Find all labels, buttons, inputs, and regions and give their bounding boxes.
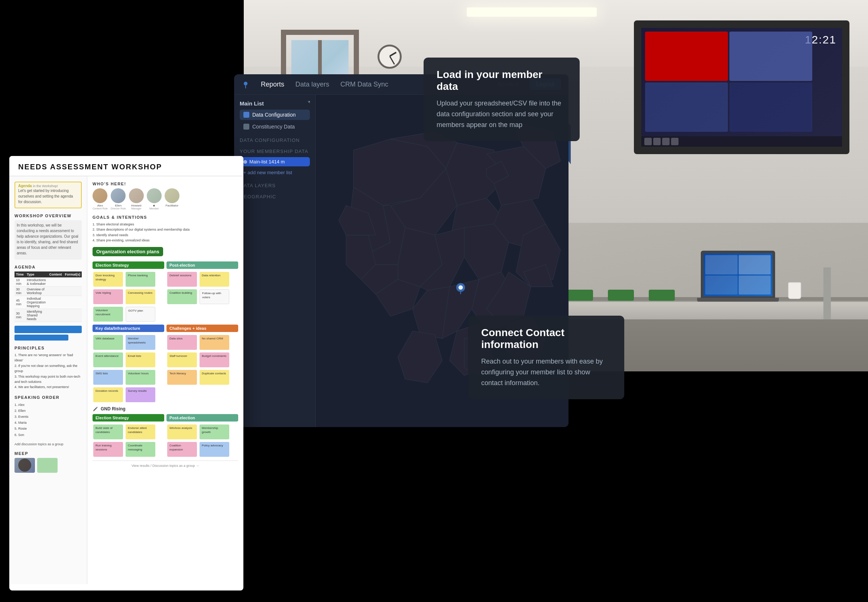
nav-data-layers[interactable]: Data layers	[295, 81, 329, 88]
info-card-top-title: Load in your member data	[437, 69, 566, 92]
doc-body: Agenda in the Workshop! Let's get starte…	[9, 177, 243, 584]
light-fixture	[467, 8, 597, 17]
blue-bar-sm	[14, 335, 68, 341]
meep-label: MEEP	[14, 451, 82, 456]
agenda-label: Agenda in the Workshop!	[18, 184, 78, 188]
doc-left-column: Agenda in the Workshop! Let's get starte…	[9, 177, 87, 584]
challenges-label: Challenges + ideas	[166, 325, 238, 332]
screen-grid	[645, 32, 812, 132]
data-challenges-row: Key data/Infrastructure VAN database Mem…	[92, 325, 238, 403]
org-plan-section: Organization election plans	[92, 247, 238, 259]
info-card-bottom-description: Reach out to your members with ease by c…	[481, 356, 611, 388]
election-row-2: Election Strategy Build slate of candida…	[92, 414, 238, 458]
election-strategy-block: Election Strategy Door knocking strategy…	[92, 261, 164, 322]
principles-title: PRINCIPLES	[14, 346, 82, 350]
agenda-table: Time Type Content Format(s) 10 min Intro…	[14, 272, 82, 322]
coffee-cup	[788, 282, 801, 299]
goals-list: 1. Share electoral strategies 2. Share d…	[92, 222, 238, 243]
sidebar-data-config[interactable]: Data Configuration	[240, 109, 310, 120]
chair	[649, 290, 675, 301]
agenda-row: 45 min Individual Organization Mapping	[14, 296, 82, 309]
post-election-label: Post-election	[166, 261, 238, 269]
wall-clock	[377, 45, 402, 69]
nav-crm-sync[interactable]: CRM Data Sync	[340, 81, 388, 88]
laptop-screen	[701, 251, 775, 299]
laptop-base	[697, 298, 779, 301]
display-screen: 12:21	[634, 20, 850, 154]
challenges-block: Challenges + ideas Data silos No shared …	[166, 325, 238, 403]
meep-area	[14, 458, 82, 473]
overview-text: In this workshop, we will be conducting …	[14, 220, 82, 260]
post-election-label-2: Post-election	[166, 414, 238, 421]
data-config-section: Data Configuration	[240, 137, 310, 143]
taskbar	[641, 136, 842, 147]
principles-list: 1. There are no 'wrong answers' or 'bad …	[14, 352, 82, 390]
agenda-box: Agenda in the Workshop! Let's get starte…	[14, 181, 82, 208]
membership-section: Your membership data	[240, 149, 310, 154]
info-card-bottom-title: Connect Contact information	[481, 327, 611, 350]
whos-here-grid: Alex Content Role Ellen Director Role Ho…	[92, 188, 238, 210]
election-strategy-label-2: Election Strategy	[92, 414, 164, 421]
person-card: Alex Content Role	[92, 188, 108, 210]
add-topics-note: Add discussion topics as a group	[14, 442, 82, 446]
bottom-note: View results / Discussion topics as a gr…	[92, 461, 238, 468]
post-election-block-2: Post-election Win/loss analysis Membersh…	[166, 414, 238, 458]
link-icon	[305, 101, 310, 106]
whos-here-title: WHO'S HERE!	[92, 181, 238, 186]
table-leg	[823, 267, 831, 319]
data-layers-section: Data Layers	[240, 183, 310, 188]
speaking-order-list: 1. Alex 2. Ellen 3. Events 4. Maria 5. R…	[14, 402, 82, 438]
member-list-item[interactable]: Main-list 1414 m	[240, 157, 310, 166]
info-card-load-data: Load in your member data Upload your spr…	[423, 58, 580, 141]
agenda-section-title: AGENDA	[14, 265, 82, 269]
location-pin-icon	[242, 80, 250, 88]
svg-point-50	[459, 285, 463, 290]
blue-bar	[14, 326, 82, 333]
gnd-rising-label: GND Rising	[92, 406, 238, 412]
data-config-icon	[243, 112, 249, 118]
key-data-block: Key data/Infrastructure VAN database Mem…	[92, 325, 164, 403]
geographic-section: Geographic	[240, 194, 310, 200]
person-card: Howard Manager	[129, 188, 144, 210]
post-election-block: Post-election Debrief sessions Data rete…	[166, 261, 238, 322]
chair	[567, 290, 593, 301]
org-plan-title: Organization election plans	[92, 247, 163, 256]
election-strategy-label: Election Strategy	[92, 261, 164, 269]
list-name: Main List	[240, 100, 310, 107]
info-card-top-description: Upload your spreadsheet/CSV file into th…	[437, 98, 566, 130]
election-row-1: Election Strategy Door knocking strategy…	[92, 261, 238, 322]
add-member-list-link[interactable]: + add new member list	[240, 168, 310, 177]
doc-title: NEEDS ASSESSMENT WORKSHOP	[18, 163, 234, 171]
agenda-row: 30 min Overview of Workshop	[14, 287, 82, 296]
map-sidebar: Main List Data Configuration Constituenc…	[234, 95, 316, 427]
nav-reports[interactable]: Reports	[261, 81, 284, 88]
goals-title: GOALS & INTENTIONS	[92, 215, 238, 220]
doc-header: NEEDS ASSESSMENT WORKSHOP	[9, 156, 243, 177]
speaking-order-title: SPEAKING ORDER	[14, 395, 82, 399]
doc-right-column: WHO'S HERE! Alex Content Role Ellen Dire…	[87, 177, 243, 584]
pencil-icon	[92, 406, 98, 412]
sidebar-constituency[interactable]: Constituency Data	[240, 121, 310, 132]
person-card: Ellen Director Role	[111, 188, 126, 210]
workshop-document: Workshop 1 NEEDS ASSESSMENT WORKSHOP Age…	[9, 156, 243, 590]
overview-title: WORKSHOP OVERVIEW	[14, 213, 82, 218]
key-data-label: Key data/Infrastructure	[92, 325, 164, 332]
agenda-row: 10 min Introductions & Icebreaker	[14, 277, 82, 287]
info-card-contact: Connect Contact information Reach out to…	[468, 316, 624, 399]
agenda-row: 30 min Identifying Shared Needs	[14, 309, 82, 322]
chair	[608, 290, 634, 301]
constituency-icon	[243, 124, 249, 130]
person-card: Facilitator	[165, 188, 180, 210]
election-strategy-block-2: Election Strategy Build slate of candida…	[92, 414, 164, 458]
person-card: ■ Member	[147, 188, 162, 210]
svg-point-19	[244, 82, 248, 85]
